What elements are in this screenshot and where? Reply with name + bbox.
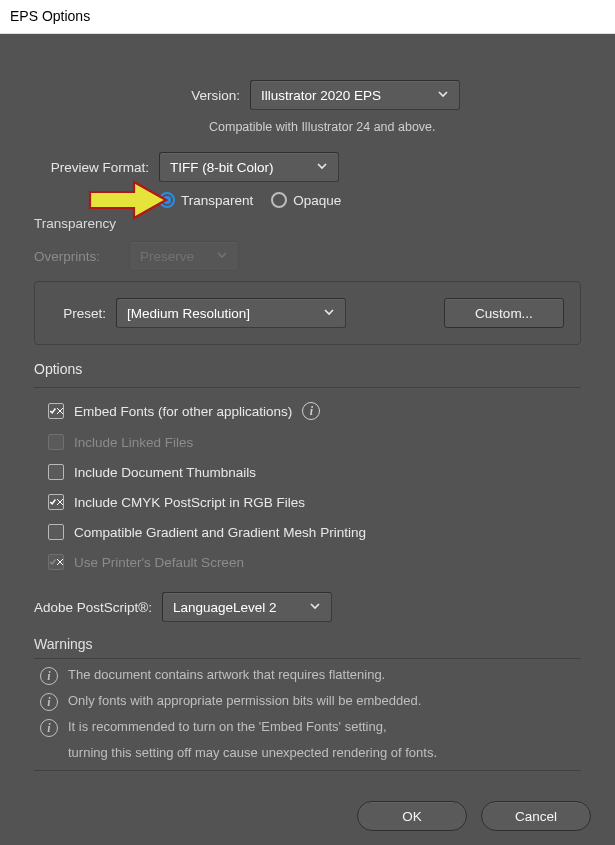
printer-default-label: Use Printer's Default Screen [74,555,244,570]
opaque-label: Opaque [293,193,341,208]
embed-fonts-option[interactable]: Embed Fonts (for other applications) i [48,402,581,420]
info-icon: i [40,693,58,711]
opaque-radio[interactable]: Opaque [271,192,341,208]
checkbox-checked-icon [48,554,64,570]
postscript-value: LanguageLevel 2 [173,600,277,615]
include-cmyk-label: Include CMYK PostScript in RGB Files [74,495,305,510]
warning-3b: turning this setting off may cause unexp… [68,745,437,760]
titlebar: EPS Options [0,0,615,34]
dialog-body: Version: Illustrator 2020 EPS Compatible… [0,34,615,845]
overprints-label: Overprints: [34,249,119,264]
warning-line-continuation: turning this setting off may cause unexp… [68,745,581,760]
transparent-radio[interactable]: Transparent [159,192,253,208]
checkbox-checked-icon[interactable] [48,494,64,510]
include-thumbnails-option[interactable]: Include Document Thumbnails [48,464,581,480]
version-helptext: Compatible with Illustrator 24 and above… [209,120,581,134]
warning-2: Only fonts with appropriate permission b… [68,693,421,708]
custom-button[interactable]: Custom... [444,298,564,328]
cancel-button[interactable]: Cancel [481,801,591,831]
chevron-down-icon [437,88,449,103]
preview-format-label: Preview Format: [34,160,149,175]
warning-3a: It is recommended to turn on the 'Embed … [68,719,387,734]
warning-1: The document contains artwork that requi… [68,667,385,682]
postscript-select[interactable]: LanguageLevel 2 [162,592,332,622]
preview-format-value: TIFF (8-bit Color) [170,160,274,175]
radio-unselected-icon [271,192,287,208]
ok-button[interactable]: OK [357,801,467,831]
checkbox-checked-icon[interactable] [48,403,64,419]
checkbox-icon[interactable] [48,464,64,480]
info-icon: i [40,667,58,685]
eps-options-window: EPS Options Version: Illustrator 2020 EP… [0,0,615,845]
radio-selected-icon [159,192,175,208]
preview-format-select[interactable]: TIFF (8-bit Color) [159,152,339,182]
include-cmyk-option[interactable]: Include CMYK PostScript in RGB Files [48,494,581,510]
compatible-gradient-option[interactable]: Compatible Gradient and Gradient Mesh Pr… [48,524,581,540]
chevron-down-icon [316,160,328,175]
postscript-label: Adobe PostScript®: [34,600,152,615]
overprints-select: Preserve [129,241,239,271]
preset-label: Preset: [51,306,106,321]
warning-line: i It is recommended to turn on the 'Embe… [40,719,581,737]
chevron-down-icon [323,306,335,321]
warnings-section-title: Warnings [34,636,581,652]
compatible-gradient-label: Compatible Gradient and Gradient Mesh Pr… [74,525,366,540]
embed-fonts-label: Embed Fonts (for other applications) [74,404,292,419]
preset-value: [Medium Resolution] [127,306,250,321]
include-linked-label: Include Linked Files [74,435,193,450]
printer-default-option: Use Printer's Default Screen [48,554,581,570]
version-label: Version: [155,88,240,103]
checkbox-icon[interactable] [48,524,64,540]
window-title: EPS Options [10,8,90,24]
transparent-label: Transparent [181,193,253,208]
options-section-title: Options [34,361,615,377]
warning-line: i The document contains artwork that req… [40,667,581,685]
version-select[interactable]: Illustrator 2020 EPS [250,80,460,110]
checkbox-icon [48,434,64,450]
preset-panel: Preset: [Medium Resolution] Custom... [34,281,581,345]
dialog-footer: OK Cancel [357,801,591,831]
chevron-down-icon [216,249,228,264]
transparency-section-title: Transparency [34,216,581,231]
include-thumbnails-label: Include Document Thumbnails [74,465,256,480]
info-icon: i [40,719,58,737]
version-value: Illustrator 2020 EPS [261,88,381,103]
chevron-down-icon [309,600,321,615]
preset-select[interactable]: [Medium Resolution] [116,298,346,328]
info-icon[interactable]: i [302,402,320,420]
include-linked-option: Include Linked Files [48,434,581,450]
warning-line: i Only fonts with appropriate permission… [40,693,581,711]
overprints-value: Preserve [140,249,194,264]
